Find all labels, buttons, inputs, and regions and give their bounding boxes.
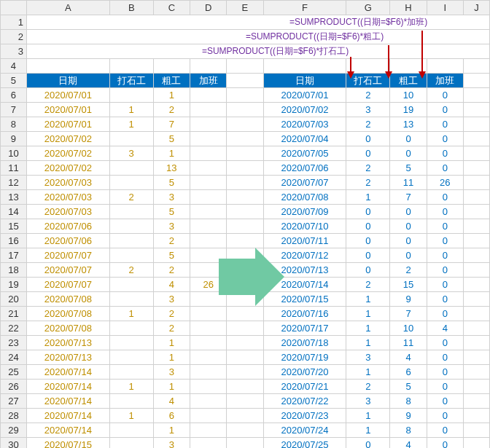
cell[interactable] <box>227 176 263 190</box>
cell[interactable] <box>463 103 489 117</box>
row-header[interactable]: 18 <box>1 263 27 278</box>
cell[interactable] <box>227 307 263 321</box>
table-row[interactable]: 282020/07/14162020/07/23190 <box>1 409 490 423</box>
left-date-cell[interactable]: 2020/07/03 <box>26 190 109 205</box>
row-header[interactable]: 26 <box>1 380 27 394</box>
right-date-cell[interactable]: 2020/07/11 <box>263 234 346 248</box>
right-date-cell[interactable]: 2020/07/14 <box>263 278 346 292</box>
row-header[interactable]: 15 <box>1 219 27 234</box>
cell[interactable] <box>227 205 263 219</box>
left-date-cell[interactable]: 2020/07/01 <box>26 103 109 117</box>
right-date-cell[interactable]: 2020/07/05 <box>263 146 346 161</box>
left-v1-cell[interactable]: 1 <box>109 117 153 132</box>
cell[interactable] <box>463 423 489 438</box>
right-v2-cell[interactable]: 5 <box>390 161 427 176</box>
right-date-cell[interactable]: 2020/07/13 <box>263 263 346 278</box>
right-v2-cell[interactable]: 9 <box>390 409 427 423</box>
table-row[interactable]: 212020/07/08122020/07/16170 <box>1 307 490 321</box>
cell[interactable] <box>190 59 226 74</box>
cell[interactable] <box>463 350 489 365</box>
table-row[interactable]: 62020/07/0112020/07/012100 <box>1 88 490 103</box>
right-header-c2[interactable]: 粗工 <box>390 74 427 88</box>
right-v2-cell[interactable]: 0 <box>390 205 427 219</box>
left-v1-cell[interactable] <box>109 292 153 307</box>
left-v3-cell[interactable] <box>190 117 226 132</box>
table-row[interactable]: 82020/07/01172020/07/032130 <box>1 117 490 132</box>
left-v1-cell[interactable] <box>109 365 153 380</box>
left-v3-cell[interactable] <box>190 161 226 176</box>
right-v1-cell[interactable]: 2 <box>346 380 390 394</box>
left-date-cell[interactable]: 2020/07/07 <box>26 278 109 292</box>
row-header[interactable]: 4 <box>1 59 27 74</box>
right-v3-cell[interactable]: 26 <box>427 176 463 190</box>
cell[interactable] <box>463 176 489 190</box>
left-v1-cell[interactable] <box>109 132 153 146</box>
right-v2-cell[interactable]: 2 <box>390 263 427 278</box>
left-v2-cell[interactable]: 6 <box>153 409 190 423</box>
left-v3-cell[interactable] <box>190 350 226 365</box>
left-v3-cell[interactable] <box>190 103 226 117</box>
cell[interactable] <box>390 59 427 74</box>
cell[interactable] <box>227 350 263 365</box>
left-date-cell[interactable]: 2020/07/07 <box>26 263 109 278</box>
table-row[interactable]: 2=SUMPRODUCT((日期=$F6)*粗工) <box>1 30 490 44</box>
cell[interactable] <box>227 292 263 307</box>
spreadsheet[interactable]: A B C D E F G H I J 1=SUMPRODUCT((日期=$F6… <box>0 0 490 448</box>
row-header[interactable]: 11 <box>1 161 27 176</box>
row-header[interactable]: 10 <box>1 146 27 161</box>
row-header[interactable]: 28 <box>1 409 27 423</box>
right-v1-cell[interactable]: 0 <box>346 263 390 278</box>
row-header[interactable]: 6 <box>1 88 27 103</box>
left-date-cell[interactable]: 2020/07/14 <box>26 423 109 438</box>
table-row[interactable]: 112020/07/02132020/07/06250 <box>1 161 490 176</box>
table-row[interactable]: 1=SUMPRODUCT((日期=$F6)*加班) <box>1 15 490 30</box>
right-v3-cell[interactable]: 0 <box>427 205 463 219</box>
left-v2-cell[interactable]: 3 <box>153 219 190 234</box>
cell[interactable] <box>463 365 489 380</box>
right-v1-cell[interactable]: 2 <box>346 117 390 132</box>
cell[interactable] <box>227 190 263 205</box>
right-v1-cell[interactable]: 0 <box>346 205 390 219</box>
left-v1-cell[interactable]: 3 <box>109 146 153 161</box>
table-row[interactable]: 262020/07/14112020/07/21250 <box>1 380 490 394</box>
left-v2-cell[interactable]: 1 <box>153 146 190 161</box>
right-date-cell[interactable]: 2020/07/06 <box>263 161 346 176</box>
row-header[interactable]: 9 <box>1 132 27 146</box>
right-header-c3[interactable]: 加班 <box>427 74 463 88</box>
left-v3-cell[interactable] <box>190 176 226 190</box>
cell[interactable] <box>227 88 263 103</box>
right-v2-cell[interactable]: 11 <box>390 336 427 350</box>
row-header[interactable]: 27 <box>1 394 27 409</box>
cell[interactable] <box>227 234 263 248</box>
table-row[interactable]: 152020/07/0632020/07/10000 <box>1 219 490 234</box>
right-date-cell[interactable]: 2020/07/20 <box>263 365 346 380</box>
left-v1-cell[interactable] <box>109 88 153 103</box>
table-row[interactable]: 3=SUMPRODUCT((日期=$F6)*打石工) <box>1 44 490 59</box>
right-v2-cell[interactable]: 7 <box>390 190 427 205</box>
right-v1-cell[interactable]: 1 <box>346 423 390 438</box>
right-v2-cell[interactable]: 11 <box>390 176 427 190</box>
right-v3-cell[interactable]: 0 <box>427 132 463 146</box>
cell[interactable] <box>227 409 263 423</box>
left-v2-cell[interactable]: 3 <box>153 190 190 205</box>
left-v1-cell[interactable] <box>109 278 153 292</box>
formula-cell[interactable]: =SUMPRODUCT((日期=$F6)*加班) <box>26 15 489 30</box>
left-v1-cell[interactable] <box>109 423 153 438</box>
left-v2-cell[interactable]: 2 <box>153 103 190 117</box>
table-row[interactable]: 202020/07/0832020/07/15190 <box>1 292 490 307</box>
row-header[interactable]: 21 <box>1 307 27 321</box>
left-date-cell[interactable]: 2020/07/14 <box>26 380 109 394</box>
right-date-cell[interactable]: 2020/07/23 <box>263 409 346 423</box>
row-header[interactable]: 17 <box>1 248 27 263</box>
right-v3-cell[interactable]: 0 <box>427 336 463 350</box>
right-v3-cell[interactable]: 0 <box>427 438 463 449</box>
select-all-corner[interactable] <box>1 1 27 15</box>
cell[interactable] <box>463 380 489 394</box>
row-header[interactable]: 29 <box>1 423 27 438</box>
right-v1-cell[interactable]: 0 <box>346 234 390 248</box>
right-v1-cell[interactable]: 2 <box>346 278 390 292</box>
cell[interactable] <box>227 248 263 263</box>
row-header[interactable]: 22 <box>1 321 27 336</box>
left-date-cell[interactable]: 2020/07/02 <box>26 146 109 161</box>
row-header[interactable]: 2 <box>1 30 27 44</box>
